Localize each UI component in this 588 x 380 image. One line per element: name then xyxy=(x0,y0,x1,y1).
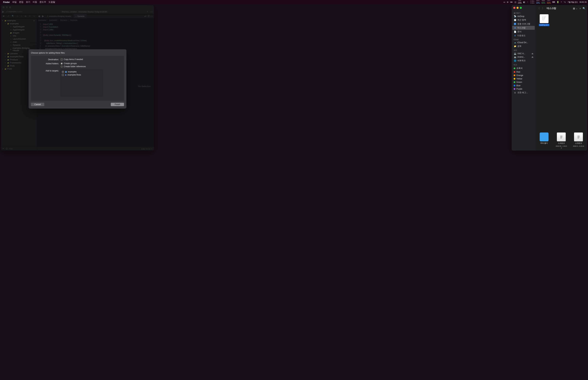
sidebar-item[interactable]: 🅰응용 프로그램 xyxy=(512,22,535,26)
tab-bridging-header[interactable]: hexamples-Bridging-Header xyxy=(45,14,74,18)
folder-icon[interactable]: ▣ xyxy=(3,15,4,17)
close-button[interactable] xyxy=(513,7,515,9)
tree-item[interactable]: hAppDelegate xyxy=(1,25,37,28)
filter-icon: ⊙ xyxy=(6,147,8,150)
navigator-selector[interactable]: ▣⎇🔍⚠◇▤☰▭ xyxy=(1,14,37,18)
sidebar-item[interactable]: Purple xyxy=(512,87,535,91)
menu-file[interactable]: 파일 xyxy=(12,0,17,3)
menu-go[interactable]: 이동 xyxy=(33,0,37,3)
zoom-button[interactable] xyxy=(520,7,522,9)
battery-icon[interactable]: 🔋 xyxy=(557,1,559,3)
view-icon-grid-icon[interactable]: ▦ ⌄ xyxy=(573,7,578,10)
sidebar-item[interactable]: 🖥데스크탑 xyxy=(512,26,535,30)
zoom-button[interactable] xyxy=(9,6,11,8)
menu-window[interactable]: 윈도우 xyxy=(39,0,46,3)
sidebar-item[interactable]: ☁iCloud Dri... xyxy=(512,41,535,44)
minimize-button[interactable] xyxy=(6,6,8,8)
finder-content[interactable]: {"v":"5.5""fr":30,"ip":0,...} loading.js… xyxy=(535,12,587,151)
menuextra-icon[interactable]: ◫ xyxy=(514,1,516,3)
branch-indicator[interactable]: ⎇ examples master xyxy=(6,11,23,13)
minimize-button[interactable] xyxy=(516,7,519,9)
sidebar-item[interactable]: 💻VNC-V...⏏ xyxy=(512,52,535,55)
tree-item[interactable]: 📁Images xyxy=(1,31,37,34)
keyboard-input-icon[interactable]: ⌨ xyxy=(552,1,555,3)
target-row[interactable]: ▣examples xyxy=(61,70,102,73)
menuextra-icon[interactable]: ⋙ xyxy=(510,1,513,3)
menuextra-icon[interactable]: ⋮ xyxy=(527,1,529,3)
run-button[interactable]: ▶ xyxy=(2,10,4,13)
close-button[interactable] xyxy=(2,6,5,8)
tree-item[interactable]: mmain xyxy=(1,40,37,43)
wifi-icon[interactable]: ⌔ xyxy=(561,1,562,3)
finish-button[interactable]: Finish xyxy=(111,103,124,106)
file-item[interactable]: ■■■■■■■■■■■스크린샷2022-0...4.19.41 xyxy=(572,133,585,149)
tree-item[interactable]: sDynamic xyxy=(1,43,37,47)
nav-back-icon[interactable]: ◀ xyxy=(37,15,41,18)
menu-edit[interactable]: 편집 xyxy=(19,0,23,3)
activity-status: iPod tou...neration examples: Ready | To… xyxy=(60,10,108,13)
sidebar-item[interactable]: 🌐네트워크 xyxy=(512,59,535,63)
sidebar-item[interactable]: ⊙모든 태그... xyxy=(512,91,535,95)
sidebar-item[interactable]: Green xyxy=(512,80,535,84)
macos-menubar: Finder 파일 편집 보기 이동 윈도우 도움말 ▭ ⊖ ⋙ ◫ SSD23… xyxy=(0,0,588,4)
back-button[interactable]: 〈 xyxy=(537,7,540,10)
add-icon[interactable]: ＋ xyxy=(2,147,5,150)
cursor-position: Line: 6 Col: 1 xyxy=(141,148,152,150)
tree-item[interactable]: ▸📁examplesM xyxy=(1,19,37,22)
menuextra-icon[interactable]: ⊖ xyxy=(507,1,508,3)
create-folder-refs-radio[interactable] xyxy=(60,65,63,68)
inspector-placeholder: No Selection xyxy=(138,85,151,88)
sidebar-item[interactable]: 📁공유 xyxy=(512,44,535,48)
menuextra-icon[interactable]: ◧ xyxy=(523,1,525,3)
xcode-titlebar xyxy=(1,5,154,10)
file-item[interactable]: ■■■■■■■■■■■스크린샷2022-05...3.49.53 xyxy=(555,133,567,149)
tree-item[interactable]: mAppDelegate xyxy=(1,28,37,31)
target-checkbox[interactable] xyxy=(62,74,64,76)
sidebar-item[interactable]: ⬇다운로드 xyxy=(512,34,535,38)
editor-options-icon[interactable]: ⇄ ☰ ▭ xyxy=(143,15,154,18)
copy-items-checkbox[interactable] xyxy=(60,58,63,60)
ram-indicator[interactable]: RAM55% xyxy=(541,0,545,4)
library-button[interactable]: ▭ xyxy=(150,10,153,13)
filter-input[interactable] xyxy=(9,148,36,150)
menu-help[interactable]: 도움말 xyxy=(49,0,55,3)
sidebar-item[interactable]: 초록색 xyxy=(512,66,535,70)
menu-view[interactable]: 보기 xyxy=(26,0,30,3)
sidebar-item[interactable]: 📡AirDrop xyxy=(512,15,535,18)
sidebar-item[interactable]: Blue xyxy=(512,84,535,87)
ssd-indicator[interactable]: SSD23% xyxy=(518,0,522,4)
nav-fwd-icon[interactable]: ▶ xyxy=(41,15,45,18)
minimap[interactable] xyxy=(144,30,154,51)
forward-button[interactable]: 〉 xyxy=(542,7,545,10)
added-folders-label: Added folders: xyxy=(33,62,60,65)
target-row[interactable]: ◈examplesTests xyxy=(61,73,102,76)
cancel-button[interactable]: Cancel xyxy=(31,103,44,106)
file-item[interactable]: {"v":"5.5""fr":30,"ip":0,...} loading.js… xyxy=(538,14,550,26)
more-icon[interactable]: » xyxy=(580,7,581,10)
sidebar-item[interactable]: Red xyxy=(512,70,535,74)
plus-button[interactable]: ＋ xyxy=(146,10,149,13)
search-icon[interactable]: 🔍 xyxy=(583,7,586,10)
tree-item[interactable]: ▾📁examples xyxy=(1,22,37,25)
file-item[interactable]: 무제 폴더 xyxy=(538,133,550,149)
create-groups-radio[interactable] xyxy=(60,62,63,65)
igpu-indicator[interactable]: iGPU16% xyxy=(536,0,540,4)
menuextra-icon[interactable]: ▭ xyxy=(503,1,505,3)
sidebar-item[interactable]: Orange xyxy=(512,74,535,77)
cpu-indicator[interactable]: CPU31% xyxy=(547,0,550,4)
add-to-targets-label: Add to targets: xyxy=(33,69,60,72)
time-display[interactable]: 16:41:15 xyxy=(579,1,587,3)
tree-item[interactable]: xLaunchScreen xyxy=(1,38,37,40)
target-checkbox[interactable] xyxy=(62,71,64,73)
sidebar-item[interactable]: Yellow xyxy=(512,77,535,80)
jump-bar[interactable]: examples 〉 examples 〉 Dynamic 〉 Dynamic xyxy=(37,18,154,22)
app-menu[interactable]: Finder xyxy=(3,1,10,3)
sidebar-item[interactable]: 💻Androi...⏏ xyxy=(512,55,535,59)
control-center-icon[interactable]: ⌥ xyxy=(564,1,566,3)
sidebar-item[interactable]: 📄문서 xyxy=(512,30,535,34)
tab-dynamic[interactable]: sDynamic xyxy=(74,14,87,18)
date-display[interactable]: 7월 9일 (토) xyxy=(568,1,578,3)
sidebar-item[interactable]: 🕘최근 항목 xyxy=(512,18,535,22)
network-indicator[interactable]: 0 KB/s0 KB/s xyxy=(530,0,534,4)
tree-item[interactable]: ℹInfo xyxy=(1,34,37,38)
